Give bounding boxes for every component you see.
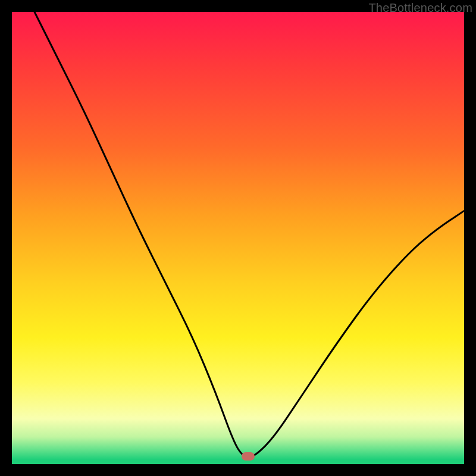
bottleneck-curve — [35, 12, 464, 456]
optimal-marker — [242, 452, 255, 461]
chart-stage: TheBottleneck.com — [0, 0, 476, 476]
plot-area — [12, 12, 464, 464]
curve-layer — [12, 12, 464, 464]
